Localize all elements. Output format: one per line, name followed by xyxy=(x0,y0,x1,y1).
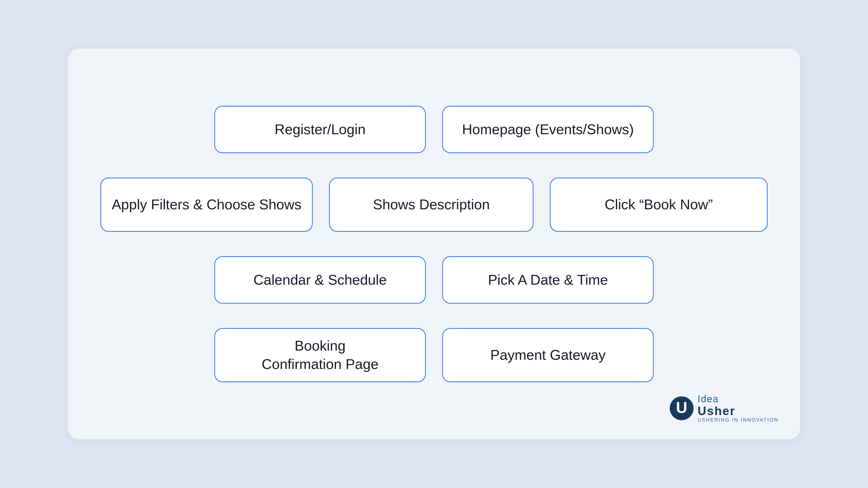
node-click-book-now: Click “Book Now” xyxy=(550,177,768,232)
main-card: Register/Login Homepage (Events/Shows) A… xyxy=(68,49,800,439)
node-shows-description: Shows Description xyxy=(329,177,533,232)
logo-tagline-text: USHERING IN INNOVATION xyxy=(698,418,778,423)
svg-text:U: U xyxy=(676,398,687,416)
logo: U Idea Usher USHERING IN INNOVATION xyxy=(670,394,778,423)
node-booking-confirmation: Booking Confirmation Page xyxy=(214,328,426,382)
flow-diagram: Register/Login Homepage (Events/Shows) A… xyxy=(100,106,768,382)
node-payment-gateway: Payment Gateway xyxy=(442,328,654,382)
logo-text: Idea Usher USHERING IN INNOVATION xyxy=(698,394,778,423)
node-pick-date-time: Pick A Date & Time xyxy=(442,256,654,304)
node-apply-filters: Apply Filters & Choose Shows xyxy=(100,177,313,232)
row-4: Booking Confirmation Page Payment Gatewa… xyxy=(100,328,768,382)
node-homepage: Homepage (Events/Shows) xyxy=(442,106,654,153)
logo-idea-text: Idea xyxy=(698,394,778,404)
node-calendar-schedule: Calendar & Schedule xyxy=(214,256,426,304)
row-3: Calendar & Schedule Pick A Date & Time xyxy=(100,256,768,304)
node-register-login: Register/Login xyxy=(214,106,426,153)
row-2: Apply Filters & Choose Shows Shows Descr… xyxy=(100,177,768,232)
row-1: Register/Login Homepage (Events/Shows) xyxy=(100,106,768,153)
logo-usher-text: Usher xyxy=(698,404,778,418)
logo-icon: U xyxy=(670,396,694,421)
